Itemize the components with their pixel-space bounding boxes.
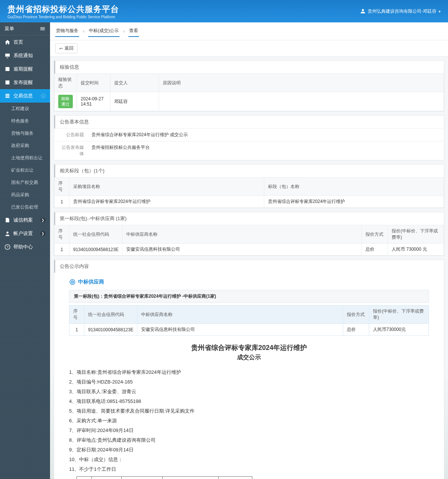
content-area: 货物与服务 › 中标(成交)公示 › 查看 ⤺ 返回 核验信息 核验状态 提交时… [50,22,448,479]
sidebar-item-overdue[interactable]: 逾期提醒 [0,62,50,76]
form-value: 贵州省综合评标专家库2024年运行维护 成交公示 [88,129,444,141]
sidebar-sub-0[interactable]: 工程建设 [0,103,50,115]
help-icon: ? [4,244,10,250]
chevron-right-icon: ❯ [40,231,46,236]
th: 采购项目名称 [69,178,264,196]
menu-label: 菜单 [4,25,14,32]
sidebar: 菜单 首页 系统通知 逾期提醒 发布提醒 交易信息 − 工程建设 特色服务 货物… [0,22,50,479]
table-header-row: 序号 采购项目名称 标段（包）名称 [55,178,444,196]
sidebar-item-help[interactable]: ? 帮助中心 [0,240,50,254]
td: 总价 [343,324,369,336]
publish-icon [4,79,10,85]
sidebar-item-trade[interactable]: 交易信息 − [0,89,50,103]
sidebar-sub-5[interactable]: 矿业权出让 [0,164,50,176]
th: 序号 [55,178,69,196]
menu-toggle-icon[interactable] [40,26,46,32]
doc-line: 9、定标日期:2024年09月14日 [69,445,429,455]
td: 贵州省综合评标专家库2024年运行维护 [264,196,444,208]
th: 序号 [77,477,92,479]
form-value: 贵州省招标投标公共服务平台 [88,141,444,160]
doc-body: 贵州省综合评标专家库2024年运行维护 成交公示 1、项目名称:贵州省综合评标专… [54,343,444,479]
sidebar-item-account[interactable]: 帐户设置 ❯ [0,227,50,240]
sidebar-item-notice[interactable]: 系统通知 [0,49,50,62]
th: 中标供应商名称 [137,306,343,324]
sidebar-item-label: 逾期提醒 [13,66,33,72]
td: 1 [55,244,69,256]
form-label: 公告发布媒体 [54,141,88,160]
doc-line: 5、项目用途、简要技术要求及合同履行日期:详见采购文件 [69,406,429,416]
doc-line: 1、项目名称:贵州省综合评标专家库2024年运行维护 [69,367,429,377]
td: 总价 [362,244,388,256]
th: 报价方式 [343,306,369,324]
target-icon [69,279,76,285]
back-button[interactable]: ⤺ 返回 [55,43,78,53]
sidebar-item-label: 交易信息 [13,93,33,99]
breadcrumb-sep: › [83,29,84,34]
td: 安徽安讯信息科技有限公司 [122,244,362,256]
table-row: 1 贵州省综合评标专家库2024年运行维护 贵州省综合评标专家库2024年运行维… [55,196,444,208]
sidebar-item-publish[interactable]: 发布提醒 [0,76,50,89]
th: 提交人 [111,74,159,92]
breadcrumb-c[interactable]: 查看 [128,25,139,37]
verify-panel: 核验信息 核验状态 提交时间 提交人 原因说明 核验通过 2024-09-27 … [54,60,444,112]
sidebar-header: 菜单 [0,22,50,35]
sidebar-item-label: 发布提醒 [13,79,33,86]
sections-table: 序号 采购项目名称 标段（包）名称 1 贵州省综合评标专家库2024年运行维护 … [54,177,444,208]
collapse-icon: − [41,94,46,98]
th: 成交价 [219,477,252,479]
sidebar-item-credit[interactable]: 诚信档案 ❯ [0,213,50,227]
doc-line: 10、中标（成交）信息： [69,455,429,464]
svg-text:?: ? [6,245,8,249]
sidebar-sub-4[interactable]: 土地使用权出让 [0,152,50,164]
doc-line: 3、项目联系人:宋金委、游青云 [69,387,429,397]
th: 统一社会信用代码 [69,225,122,244]
breadcrumb-b[interactable]: 中标(成交)公示 [88,25,119,37]
th: 报价(中标价、下浮率或费率) [388,225,444,244]
th: 核验状态 [55,74,77,92]
chevron-right-icon: ❯ [40,217,46,223]
td: 邓廷容 [111,92,159,111]
user-name: 贵州弘典建设咨询有限公司-邓廷容 [368,8,436,15]
deal-table: 序号 成交供应商 成交供应商地址 主要成交内容 成交价 1 安徽安讯信息科技有限… [77,476,252,479]
doc-line: 6、采购方式:单一来源 [69,416,429,426]
sidebar-sub-1[interactable]: 特色服务 [0,115,50,127]
sidebar-sub-6[interactable]: 国有产权交易 [0,176,50,189]
doc-line: 2、项目编号:HDZB-2024-165 [69,377,429,387]
app-subtitle: GuiZhou Province Tendering and Bidding P… [7,15,119,19]
supplier-head: 中标供应商 [69,276,429,288]
sections-title: 相关标段（包）(1个) [54,165,444,177]
sections-panel: 相关标段（包）(1个) 序号 采购项目名称 标段（包）名称 1 贵州省综合评标专… [54,164,444,208]
sidebar-item-home[interactable]: 首页 [0,35,50,49]
supplier-table: 序号 统一社会信用代码 中标供应商名称 报价方式 报价(中标价、下浮率或费率) … [69,305,429,336]
status-badge: 核验通过 [58,95,73,108]
breadcrumb-a[interactable]: 货物与服务 [55,25,79,37]
sidebar-item-label: 首页 [13,39,23,46]
home-icon [4,39,10,45]
caret-down-icon: ▾ [439,9,441,13]
sidebar-sub-8[interactable]: 已发公告处理 [0,201,50,213]
form-row: 公告发布媒体 贵州省招标投标公共服务平台 [54,141,444,160]
back-bar: ⤺ 返回 [50,40,448,57]
sidebar-item-label: 帮助中心 [13,244,33,250]
first-pkg-title: 第一标段(包).-中标供应商 (1家) [54,212,444,225]
sidebar-sub-7[interactable]: 药品采购 [0,189,50,201]
sidebar-sub-2[interactable]: 货物与服务 [0,127,50,140]
th: 成交供应商 [92,477,122,479]
th: 原因说明 [159,74,444,92]
td: 91340100094588123E [69,244,122,256]
th: 主要成交内容 [163,477,219,479]
trade-icon [4,93,10,99]
doc-line: 4、项目联系电话:0851-85755198 [69,397,429,406]
breadcrumb: 货物与服务 › 中标(成交)公示 › 查看 [50,22,448,40]
user-menu[interactable]: 贵州弘典建设咨询有限公司-邓廷容 ▾ [360,8,441,15]
sidebar-sub-3[interactable]: 政府采购 [0,140,50,152]
th: 序号 [55,225,69,244]
td: 2024-09-27 14:51 [77,92,111,111]
td: 1 [69,324,84,336]
th: 成交供应商地址 [122,477,163,479]
back-icon: ⤺ [59,46,63,51]
th: 中标供应商名称 [122,225,362,244]
th: 报价(中标价、下浮率或费率) [369,306,429,324]
user-icon [360,9,365,14]
td: 人民币 730000 元 [388,244,444,256]
